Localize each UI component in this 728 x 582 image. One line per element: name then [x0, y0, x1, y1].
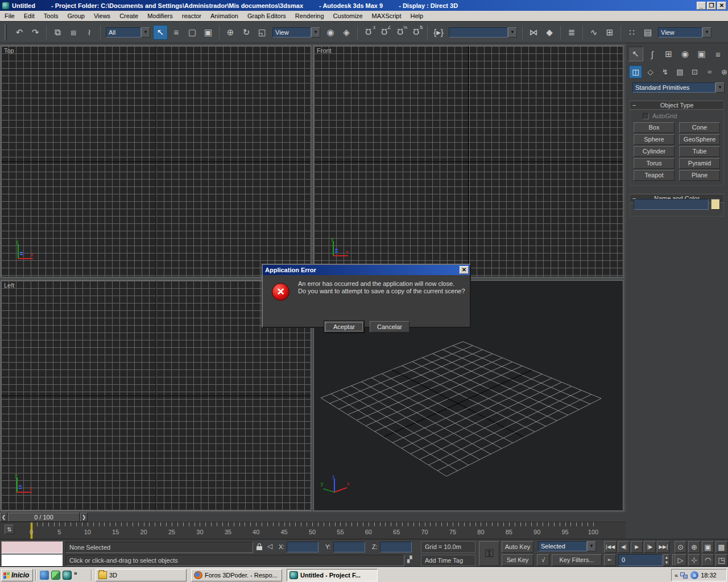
menu-modifiers[interactable]: Modifiers	[143, 11, 177, 20]
menu-edit[interactable]: Edit	[19, 11, 39, 20]
tray-chevron-icon[interactable]: «	[675, 572, 678, 579]
minimize-button[interactable]: _	[697, 2, 706, 10]
geosphere-button[interactable]: GeoSphere	[679, 134, 720, 145]
y-coordinate-field[interactable]	[333, 542, 365, 552]
schematic-view-icon[interactable]: ⊞	[602, 25, 617, 40]
snap-toggle-icon[interactable]: Ω3	[361, 25, 376, 40]
object-color-swatch[interactable]	[711, 199, 720, 210]
quicklaunch-browser-icon[interactable]	[40, 571, 49, 580]
chevron-down-icon[interactable]: ▼	[702, 27, 712, 38]
frame-spinner[interactable]: ▲▼	[663, 554, 670, 566]
start-button[interactable]: Inicio	[1, 569, 33, 581]
angle-snap-icon[interactable]: Ω∠	[377, 25, 392, 40]
box-button[interactable]: Box	[634, 122, 675, 133]
subtab-helpers-icon[interactable]: ⊡	[688, 65, 701, 78]
tab-motion-icon[interactable]: ◉	[677, 47, 693, 61]
menu-rendering[interactable]: Rendering	[291, 11, 329, 20]
pyramid-button[interactable]: Pyramid	[679, 158, 720, 169]
bind-to-space-warp-icon[interactable]: ≀	[82, 25, 97, 40]
zoom-all-icon[interactable]: ⊕	[688, 541, 700, 553]
time-slider-handle[interactable]: 0 / 100	[8, 513, 80, 522]
subtab-geometry-icon[interactable]: ◫	[629, 65, 642, 78]
zoom-extents-icon[interactable]: ▣	[702, 541, 714, 553]
selection-lock-icon[interactable]	[257, 543, 262, 550]
sphere-button[interactable]: Sphere	[634, 134, 675, 145]
set-keys-button[interactable]: ⚿	[479, 541, 499, 566]
menu-customize[interactable]: Customize	[329, 11, 367, 20]
viewport-front[interactable]: Front y x	[313, 45, 623, 277]
zoom-extents-all-icon[interactable]: ▩	[715, 541, 727, 553]
subtab-lights-icon[interactable]: ↯	[659, 65, 672, 78]
unlink-selection-icon[interactable]: ⧈	[66, 25, 81, 40]
toolbar-grip[interactable]	[5, 24, 7, 40]
menu-help[interactable]: Help	[406, 11, 428, 20]
object-name-field[interactable]	[634, 199, 709, 210]
z-coordinate-field[interactable]	[380, 542, 412, 552]
current-frame-field[interactable]: 0	[618, 554, 663, 566]
next-frame-arrow[interactable]: ❯	[80, 513, 88, 522]
percent-snap-icon[interactable]: Ω%	[393, 25, 408, 40]
undo-icon[interactable]: ↶	[12, 25, 27, 40]
key-selection-dropdown[interactable]: Selected ▼	[538, 541, 596, 551]
menu-maxscript[interactable]: MAXScript	[367, 11, 406, 20]
cancelar-button[interactable]: Cancelar	[370, 321, 410, 332]
chevron-down-icon[interactable]: ▼	[715, 82, 725, 93]
menu-file[interactable]: File	[0, 11, 19, 20]
select-and-rotate-icon[interactable]: ↻	[239, 25, 254, 40]
use-pivot-point-icon[interactable]: ◉	[323, 25, 338, 40]
rectangular-selection-region-icon[interactable]: ▢	[185, 25, 200, 40]
mirror-icon[interactable]: ⋈	[526, 25, 541, 40]
quicklaunch-chevron-icon[interactable]: »	[74, 570, 77, 576]
previous-frame-arrow[interactable]: ❮	[0, 513, 7, 522]
maximize-viewport-icon[interactable]: ◳	[715, 554, 727, 566]
menu-graph-editors[interactable]: Graph Editors	[243, 11, 291, 20]
redo-icon[interactable]: ↷	[28, 25, 43, 40]
reference-coordinate-dropdown[interactable]: View▼	[272, 27, 320, 38]
field-of-view-icon[interactable]: ▷	[675, 554, 686, 566]
task-button[interactable]: 3D	[96, 569, 187, 581]
menu-animation[interactable]: Animation	[206, 11, 243, 20]
zoom-icon[interactable]: ⊙	[675, 541, 686, 553]
restore-button[interactable]: ❐	[707, 2, 716, 10]
menu-reactor[interactable]: reactor	[177, 11, 206, 20]
maxscript-listener-white[interactable]	[1, 554, 63, 566]
crossing-selection-icon[interactable]: ▣	[201, 25, 216, 40]
subtab-spacewarps-icon[interactable]: ≈	[703, 65, 716, 78]
tab-utilities-icon[interactable]: ≡	[710, 47, 726, 61]
play-button[interactable]: ▶	[631, 541, 643, 553]
chevron-down-icon[interactable]: ▼	[311, 27, 320, 38]
chevron-down-icon[interactable]: ▼	[141, 27, 150, 38]
maxscript-listener-pink[interactable]	[1, 541, 63, 554]
material-editor-icon[interactable]: ∷	[624, 25, 639, 40]
progressive-display-icon[interactable]: ▞	[407, 556, 412, 563]
named-selection-sets-dropdown[interactable]: ▼	[449, 27, 517, 38]
close-button[interactable]: ✕	[717, 2, 726, 10]
cone-button[interactable]: Cone	[679, 122, 720, 133]
layer-manager-icon[interactable]: ≣	[564, 25, 579, 40]
pan-icon[interactable]: ⊹	[688, 554, 700, 566]
subtab-systems-icon[interactable]: ⊛	[718, 65, 728, 78]
x-coordinate-field[interactable]	[287, 542, 318, 552]
default-in-out-tangent-icon[interactable]: √	[537, 554, 549, 566]
go-to-start-button[interactable]: |◀◀	[604, 541, 617, 553]
tab-modify-icon[interactable]: ∫	[644, 47, 660, 61]
spinner-snap-icon[interactable]: Ω⇅	[409, 25, 424, 40]
antivirus-tray-icon[interactable]: a	[690, 571, 698, 579]
keyboard-shortcut-override-icon[interactable]: {▸}	[431, 25, 446, 40]
selection-filter-dropdown[interactable]: All▼	[106, 27, 150, 38]
set-key-button[interactable]: Set Key	[502, 554, 533, 566]
menu-group[interactable]: Group	[63, 11, 89, 20]
autogrid-checkbox[interactable]	[643, 113, 649, 119]
task-button[interactable]: Untitled - Project F...	[287, 569, 378, 581]
next-frame-button[interactable]: |▶	[644, 541, 656, 553]
key-filters-button[interactable]: Key Filters...	[552, 554, 602, 566]
teapot-button[interactable]: Teapot	[634, 170, 675, 181]
render-preset-dropdown[interactable]: View▼	[658, 27, 712, 38]
torus-button[interactable]: Torus	[634, 158, 675, 169]
tube-button[interactable]: Tube	[679, 146, 720, 157]
absolute-mode-icon[interactable]: ◁	[267, 542, 272, 550]
previous-frame-button[interactable]: ◀|	[618, 541, 630, 553]
select-and-link-icon[interactable]: ⧉	[50, 25, 65, 40]
go-to-end-button[interactable]: ▶▶|	[657, 541, 669, 553]
tab-hierarchy-icon[interactable]: ⊞	[661, 47, 676, 61]
